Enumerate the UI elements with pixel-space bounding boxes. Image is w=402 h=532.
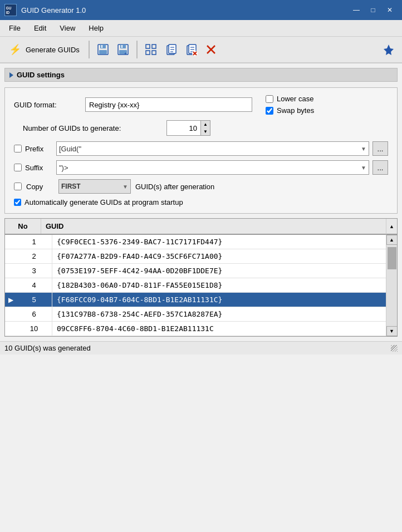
section-collapse-icon[interactable] (9, 72, 13, 78)
copy-doc-button[interactable] (162, 41, 180, 58)
lower-case-checkbox[interactable] (266, 95, 273, 103)
guid-table: No GUID ▲ 1 {C9F0CEC1-5376-2349-BAC7-11C… (4, 218, 398, 337)
save-button[interactable] (94, 41, 112, 58)
delete-doc-button[interactable] (182, 41, 200, 58)
section-header: GUID settings (4, 68, 398, 82)
row-guid-6: {131C97B8-6738-254C-AEFD-357C1A8287EA} (52, 307, 386, 321)
delete-button[interactable] (202, 41, 220, 58)
table-row[interactable]: 4 {182B4303-06A0-D74D-811F-FA55E015E1D8} (5, 278, 386, 293)
grid-icon (144, 43, 158, 56)
new-grid-button[interactable] (142, 41, 160, 58)
svg-rect-13 (152, 45, 156, 48)
settings-area: GUID format: Lower case Swap bytes Numbe… (4, 87, 398, 214)
prefix-label: Prefix (25, 145, 53, 153)
row-no-5: 5 (16, 293, 52, 307)
guid-format-row: GUID format: Lower case Swap bytes (14, 95, 388, 115)
suffix-value: ")> (59, 164, 68, 172)
table-row[interactable]: 10 09CC8FF6-8704-4C60-8BD1-B1E2AB11131C (5, 322, 386, 336)
table-header-row: No GUID ▲ (5, 219, 397, 235)
table-row[interactable]: ▶ 5 {F68FCC09-04B7-604C-8BD1-B1E2AB11131… (5, 293, 386, 307)
guid-format-input[interactable] (85, 97, 252, 112)
menu-edit[interactable]: Edit (27, 22, 53, 35)
svg-rect-6 (101, 45, 102, 48)
prefix-row: Prefix [Guid(" ▼ ... (14, 141, 388, 156)
resize-grip (391, 345, 398, 352)
copy-row: Copy FIRST ▼ GUID(s) after generation (14, 179, 388, 194)
pin-button[interactable] (380, 41, 398, 58)
save-as-icon: + (116, 43, 130, 56)
table-row[interactable]: 2 {F07A277A-B2D9-FA4D-A4C9-35CF6FC71A00} (5, 249, 386, 264)
title-controls: — □ ✕ (349, 4, 398, 16)
prefix-edit-button[interactable]: ... (372, 141, 388, 156)
row-guid-1: {C9F0CEC1-5376-2349-BAC7-11C7171FD447} (52, 235, 386, 249)
prefix-combo[interactable]: [Guid(" ▼ (56, 141, 369, 156)
row-no-2: 2 (16, 249, 52, 263)
svg-rect-5 (99, 50, 107, 54)
col-no-header: No (5, 219, 41, 234)
suffix-combo[interactable]: ")> ▼ (56, 160, 369, 175)
prefix-combo-arrow: ▼ (361, 146, 366, 152)
row-no-6: 6 (16, 307, 52, 321)
save-icon (96, 43, 110, 56)
maximize-button[interactable]: □ (365, 4, 381, 16)
copy-after-label: GUID(s) after generation (135, 183, 214, 191)
suffix-checkbox[interactable] (14, 164, 22, 171)
save-as-button[interactable]: + (114, 41, 132, 58)
close-button[interactable]: ✕ (382, 4, 398, 16)
svg-rect-4 (100, 45, 106, 48)
copy-checkbox[interactable] (14, 183, 22, 190)
menu-view[interactable]: View (53, 22, 82, 35)
toolbar-separator-2 (136, 41, 138, 58)
copy-label: Copy (26, 183, 54, 191)
copy-combo-value: FIRST (61, 183, 81, 190)
status-message: 10 GUID(s) was generated (4, 344, 91, 352)
spin-up[interactable]: ▲ (201, 121, 210, 128)
menu-help[interactable]: Help (82, 22, 110, 35)
table-row[interactable]: 3 {0753E197-5EFF-4C42-94AA-0D20BF1DDE7E} (5, 264, 386, 278)
swap-bytes-label: Swap bytes (277, 106, 314, 115)
guid-format-label: GUID format: (14, 101, 81, 109)
row-guid-2: {F07A277A-B2D9-FA4D-A4C9-35CF6FC71A00} (52, 249, 386, 263)
svg-rect-14 (146, 51, 150, 55)
row-guid-4: {182B4303-06A0-D74D-811F-FA55E015E1D8} (52, 278, 386, 292)
count-spinner: ▲ ▼ (166, 120, 210, 136)
copy-doc-icon (164, 43, 178, 56)
swap-bytes-checkbox[interactable] (266, 107, 273, 115)
generate-label: Generate GUIDs (26, 46, 80, 54)
toolbar: ⚡ Generate GUIDs + (0, 37, 402, 63)
scroll-thumb[interactable] (388, 247, 396, 269)
table-row[interactable]: 1 {C9F0CEC1-5376-2349-BAC7-11C7171FD447} (5, 235, 386, 249)
generate-guids-button[interactable]: ⚡ Generate GUIDs (4, 40, 84, 60)
minimize-button[interactable]: — (349, 4, 364, 16)
count-row: Number of GUIDs to generate: ▲ ▼ (23, 120, 388, 136)
table-row[interactable]: 6 {131C97B8-6738-254C-AEFD-357C1A8287EA} (5, 307, 386, 322)
scroll-up-button[interactable]: ▲ (386, 235, 398, 245)
row-no-10: 10 (16, 322, 52, 336)
table-header: No GUID (5, 219, 386, 235)
prefix-checkbox[interactable] (14, 145, 22, 152)
menu-file[interactable]: File (2, 22, 27, 35)
row-no-3: 3 (16, 264, 52, 278)
svg-rect-15 (152, 51, 156, 55)
count-input[interactable] (167, 121, 200, 135)
copy-combo-arrow: ▼ (122, 184, 128, 190)
table-rows: 1 {C9F0CEC1-5376-2349-BAC7-11C7171FD447}… (5, 235, 386, 336)
scroll-up-btn[interactable]: ▲ (386, 219, 397, 235)
prefix-value: [Guid(" (59, 145, 81, 153)
toolbar-separator-1 (89, 41, 90, 58)
auto-generate-label: Automatically generate GUIDs at program … (24, 198, 183, 206)
copy-combo[interactable]: FIRST ▼ (58, 179, 131, 194)
row-guid-10: 09CC8FF6-8704-4C60-8BD1-B1E2AB11131C (52, 322, 386, 336)
count-label: Number of GUIDs to generate: (23, 124, 162, 132)
swap-bytes-row: Swap bytes (266, 106, 314, 115)
row-guid-3: {0753E197-5EFF-4C42-94AA-0D20BF1DDE7E} (52, 264, 386, 278)
suffix-edit-button[interactable]: ... (372, 160, 388, 175)
spin-down[interactable]: ▼ (201, 128, 210, 135)
auto-generate-checkbox[interactable] (14, 199, 21, 206)
svg-rect-12 (146, 45, 150, 48)
suffix-label: Suffix (25, 164, 53, 172)
table-scrollbar: ▲ ▼ (386, 235, 397, 336)
delete-doc-icon (184, 43, 198, 56)
scroll-down-button[interactable]: ▼ (386, 326, 398, 336)
row-arrow-5: ▶ (5, 296, 16, 304)
